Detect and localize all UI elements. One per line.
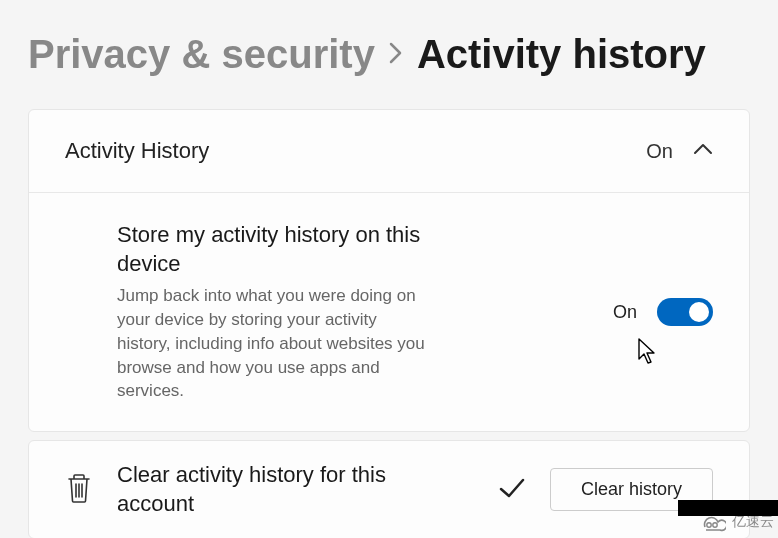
trash-icon — [65, 472, 93, 508]
svg-point-1 — [713, 523, 717, 527]
card-header-title: Activity History — [65, 138, 646, 164]
toggle-state-label: On — [613, 302, 637, 323]
activity-history-card: Activity History On Store my activity hi… — [28, 109, 750, 432]
watermark: 亿速云 — [698, 512, 774, 532]
chevron-right-icon — [389, 42, 403, 68]
breadcrumb-parent[interactable]: Privacy & security — [28, 32, 375, 77]
breadcrumb: Privacy & security Activity history — [28, 32, 750, 77]
toggle-knob — [689, 302, 709, 322]
checkmark-icon — [498, 477, 526, 503]
setting-description: Jump back into what you were doing on yo… — [117, 284, 427, 403]
svg-point-0 — [707, 523, 711, 527]
chevron-up-icon[interactable] — [693, 142, 713, 160]
card-header[interactable]: Activity History On — [29, 110, 749, 193]
breadcrumb-current: Activity history — [417, 32, 706, 77]
clear-history-title: Clear activity history for this account — [117, 461, 397, 518]
store-activity-toggle[interactable] — [657, 298, 713, 326]
card-body: Store my activity history on this device… — [29, 193, 749, 431]
setting-title: Store my activity history on this device — [117, 221, 427, 278]
clear-history-card: Clear activity history for this account … — [28, 440, 750, 538]
card-header-state: On — [646, 140, 673, 163]
